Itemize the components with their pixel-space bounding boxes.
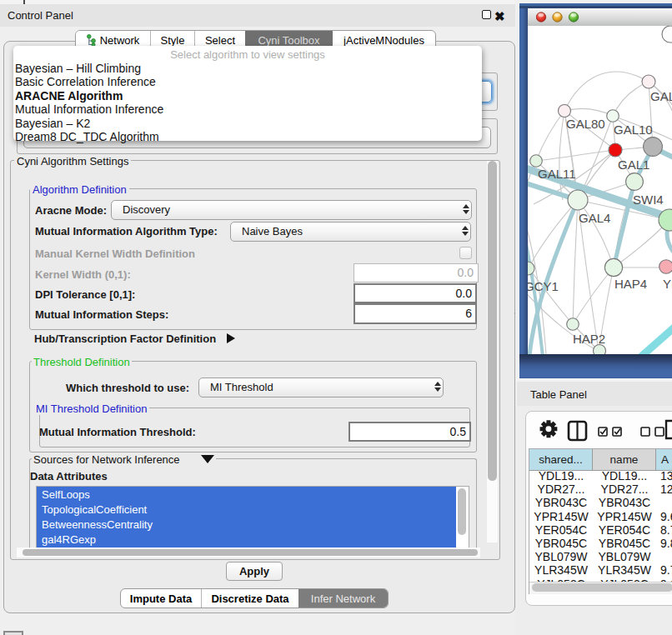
svg-text:SWI4: SWI4	[633, 192, 664, 207]
svg-text:HAP4: HAP4	[614, 277, 647, 291]
svg-text:GAL10: GAL10	[614, 122, 653, 137]
svg-text:GAL4: GAL4	[579, 211, 610, 225]
svg-text:GAL1: GAL1	[618, 158, 649, 172]
svg-text:GAL80: GAL80	[566, 117, 605, 131]
svg-text:HAP2: HAP2	[573, 332, 605, 346]
svg-text:YDR: YDR	[663, 277, 672, 291]
svg-text:GCY1: GCY1	[528, 279, 559, 293]
svg-text:GAL7: GAL7	[650, 89, 672, 103]
svg-text:GAL11: GAL11	[538, 167, 576, 181]
